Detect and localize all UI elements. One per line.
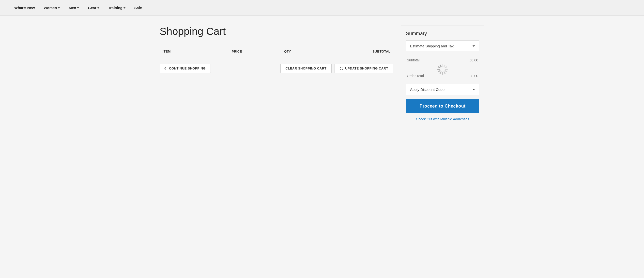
spinner-line <box>442 72 443 75</box>
estimate-shipping-chevron-icon <box>472 45 475 47</box>
spinner-line <box>442 64 443 67</box>
cart-table: Item Price Qty Subtotal <box>160 47 393 56</box>
col-qty-header: Qty <box>265 47 310 56</box>
spinner-line <box>444 70 448 72</box>
update-cart-button[interactable]: Update Shopping Cart <box>334 64 393 73</box>
summary-sidebar: Summary Estimate Shipping and Tax Subtot… <box>401 25 484 126</box>
nav-item-label: Training <box>108 6 122 10</box>
continue-shopping-button[interactable]: Continue Shopping <box>160 64 211 73</box>
estimate-shipping-header[interactable]: Estimate Shipping and Tax <box>406 40 479 52</box>
apply-discount-label: Apply Discount Code <box>410 87 444 92</box>
chevron-down-icon <box>77 7 79 8</box>
col-item-header: Item <box>160 47 208 56</box>
clear-cart-button[interactable]: Clear Shopping Cart <box>280 64 332 73</box>
subtotal-label: Subtotal <box>407 58 420 62</box>
col-subtotal-header: Subtotal <box>310 47 393 56</box>
spinner-line <box>444 66 448 68</box>
summary-title: Summary <box>406 31 479 36</box>
discount-chevron-icon <box>472 89 475 90</box>
page-title: Shopping Cart <box>160 25 393 37</box>
summary-totals: Subtotal £0.00 Order Total £0.00 <box>406 55 479 84</box>
chevron-down-icon <box>124 7 126 8</box>
nav-item-training[interactable]: Training <box>104 0 130 15</box>
spinner-wheel <box>437 64 448 75</box>
nav-item-men[interactable]: Men <box>64 0 84 15</box>
nav-item-label: What's New <box>14 6 35 10</box>
nav-item-label: Sale <box>134 6 142 10</box>
order-total-label: Order Total <box>407 74 424 78</box>
apply-discount-accordion[interactable]: Apply Discount Code <box>406 84 479 95</box>
col-price-header: Price <box>208 47 265 56</box>
subtotal-value: £0.00 <box>470 58 478 62</box>
refresh-icon <box>340 67 343 70</box>
cart-section: Shopping Cart Item Price Qty Subtotal <box>160 25 393 73</box>
spinner-line <box>443 71 446 74</box>
nav-item-what's-new[interactable]: What's New <box>10 0 39 15</box>
estimate-shipping-accordion[interactable]: Estimate Shipping and Tax <box>406 40 479 52</box>
proceed-to-checkout-button[interactable]: Proceed to Checkout <box>406 99 479 113</box>
nav-item-sale[interactable]: Sale <box>130 0 146 15</box>
nav-item-label: Men <box>69 6 76 10</box>
estimate-shipping-label: Estimate Shipping and Tax <box>410 44 454 48</box>
cart-table-header-row: Item Price Qty Subtotal <box>160 47 393 56</box>
nav-item-women[interactable]: Women <box>39 0 64 15</box>
apply-discount-header[interactable]: Apply Discount Code <box>406 84 479 95</box>
spinner-line <box>439 71 442 74</box>
nav-item-label: Gear <box>88 6 96 10</box>
nav-item-gear[interactable]: Gear <box>84 0 104 15</box>
multiple-addresses-link[interactable]: Check Out with Multiple Addresses <box>406 117 479 121</box>
subtotal-row: Subtotal £0.00 <box>407 58 478 62</box>
cart-actions: Continue Shopping Clear Shopping Cart Up… <box>160 62 393 73</box>
spinner-line <box>445 69 448 70</box>
spinner-line <box>437 69 440 70</box>
loading-spinner <box>437 64 448 75</box>
main-content: Shopping Cart Item Price Qty Subtotal <box>150 16 494 141</box>
chevron-down-icon <box>58 7 60 8</box>
chevron-left-icon <box>164 67 167 70</box>
nav-item-label: Women <box>44 6 57 10</box>
checkout-buttons: Proceed to Checkout Check Out with Multi… <box>406 99 479 121</box>
chevron-down-icon <box>98 7 100 8</box>
top-navigation: What's NewWomenMenGearTrainingSale <box>0 0 644 16</box>
order-total-value: £0.00 <box>470 74 478 78</box>
